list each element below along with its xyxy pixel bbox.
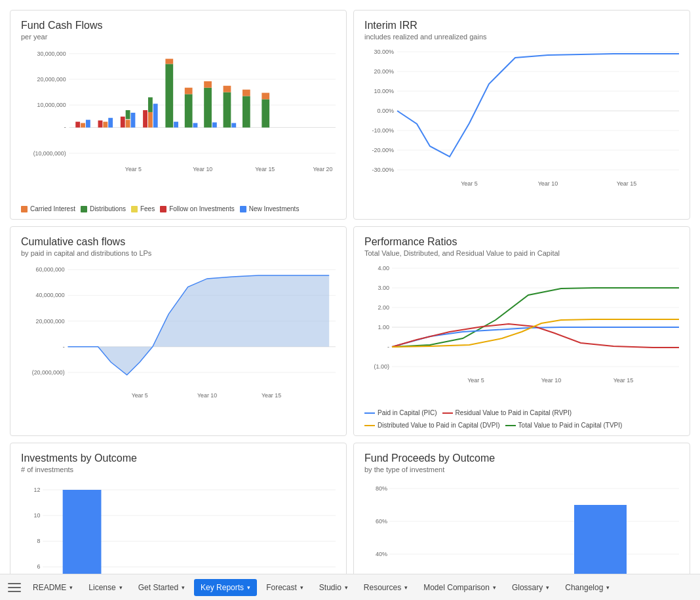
fund-cash-flows-title: Fund Cash Flows [21,20,336,31]
svg-rect-31 [204,81,212,88]
legend-fees: Fees [131,205,155,212]
svg-text:(1.00): (1.00) [374,363,389,370]
fund-proceeds-outcome-title: Fund Proceeds by Outcome [364,452,679,464]
investments-outcome-chart: 12 10 8 6 4 [21,477,336,574]
svg-text:-: - [387,344,389,350]
fund-proceeds-outcome-chart: 80% 60% 40% [364,477,679,574]
svg-rect-12 [86,120,90,128]
svg-rect-11 [81,123,85,128]
interim-irr-title: Interim IRR [364,20,679,31]
svg-text:40,000,000: 40,000,000 [36,292,65,298]
svg-text:3.00: 3.00 [378,285,389,291]
svg-rect-19 [126,110,130,119]
svg-text:20,000,000: 20,000,000 [36,318,65,325]
svg-rect-15 [108,118,113,128]
svg-rect-25 [165,59,173,64]
svg-rect-23 [148,97,153,112]
svg-rect-38 [262,99,269,127]
svg-rect-26 [174,122,178,128]
cumulative-cash-flows-card: Cumulative cash flows by paid in capital… [10,226,347,436]
legend-follow-on: Follow on Investments [160,205,235,212]
svg-text:Year 5: Year 5 [132,392,148,399]
svg-text:(10,000,000): (10,000,000) [33,150,66,157]
svg-text:Year 5: Year 5 [125,166,142,172]
cumulative-cf-title: Cumulative cash flows [21,236,336,248]
legend-tvpi: Total Value to Paid in Capital (TVPI) [505,422,623,429]
legend-carried-interest: Carried Interest [21,205,75,212]
svg-rect-16 [121,117,125,128]
performance-ratios-title: Performance Ratios [364,236,679,248]
svg-text:-: - [64,124,66,130]
svg-text:Year 10: Year 10 [541,377,562,384]
interim-irr-card: Interim IRR includes realized and unreal… [353,10,690,220]
svg-text:Year 10: Year 10 [193,166,212,172]
svg-rect-14 [103,122,107,128]
svg-text:40%: 40% [376,551,387,557]
fund-cash-flows-subtitle: per year [21,33,336,41]
svg-text:(20,000,000): (20,000,000) [32,369,65,376]
svg-text:2.00: 2.00 [378,304,389,311]
svg-rect-28 [185,88,193,94]
svg-text:6: 6 [37,563,40,570]
performance-ratios-subtitle: Total Value, Distributed, and Residual V… [364,249,679,257]
svg-text:Year 10: Year 10 [197,392,217,399]
svg-text:Year 5: Year 5 [467,377,484,384]
svg-text:30.00%: 30.00% [374,49,394,55]
svg-rect-30 [204,88,212,128]
svg-rect-24 [165,64,173,127]
svg-text:12: 12 [34,487,41,493]
fund-cash-flows-chart: 30,000,000 20,000,000 10,000,000 - (10,0… [21,45,336,203]
svg-text:10: 10 [34,512,41,519]
svg-rect-29 [193,123,198,128]
svg-text:8: 8 [37,538,40,544]
svg-text:Year 15: Year 15 [613,377,634,384]
svg-text:-: - [63,344,65,350]
performance-ratios-chart: 4.00 3.00 2.00 1.00 - (1.00) [364,261,679,408]
svg-text:Year 20: Year 20 [313,166,332,172]
legend-rvpi: Residual Value to Paid in Capital (RVPI) [442,409,572,416]
legend-pic: Paid in Capital (PIC) [364,409,437,416]
svg-text:Year 15: Year 15 [262,392,281,399]
main-content: Fund Cash Flows per year 30,000,000 20,0… [0,0,700,574]
svg-rect-101 [63,490,102,574]
svg-text:80%: 80% [376,485,387,492]
svg-rect-13 [98,121,103,128]
svg-text:20.00%: 20.00% [374,68,394,75]
performance-ratios-card: Performance Ratios Total Value, Distribu… [353,226,690,436]
fund-cash-flows-legend: Carried Interest Distributions Fees Foll… [21,205,336,212]
svg-rect-32 [212,123,217,128]
cumulative-cf-subtitle: by paid in capital and distributions to … [21,249,336,257]
svg-rect-33 [224,92,231,128]
svg-rect-35 [231,123,236,128]
svg-text:-20.00%: -20.00% [372,147,394,153]
investments-outcome-title: Investments by Outcome [21,452,336,464]
svg-marker-71 [68,275,330,375]
legend-new-investments: New Investments [240,205,300,212]
svg-text:1.00: 1.00 [378,324,389,330]
fund-proceeds-outcome-subtitle: by the type of investment [364,466,679,473]
svg-rect-27 [185,94,193,128]
interim-irr-chart: 30.00% 20.00% 10.00% 0.00% -10.00% -20.0… [364,45,679,212]
svg-text:Year 10: Year 10 [538,180,558,187]
svg-text:Year 15: Year 15 [255,166,275,172]
svg-text:-10.00%: -10.00% [372,127,394,134]
svg-rect-37 [243,90,250,96]
legend-distributions: Distributions [81,205,126,212]
investments-outcome-subtitle: # of investments [21,466,336,473]
svg-text:4.00: 4.00 [378,265,389,271]
svg-rect-17 [126,120,130,128]
svg-rect-36 [243,96,250,127]
svg-rect-111 [574,505,627,574]
svg-rect-22 [153,104,158,127]
svg-text:60%: 60% [376,518,387,525]
svg-rect-21 [148,112,153,128]
svg-rect-10 [75,122,80,128]
svg-text:10.00%: 10.00% [374,88,394,94]
investments-outcome-card: Investments by Outcome # of investments … [10,443,347,574]
svg-rect-20 [143,110,147,127]
svg-text:20,000,000: 20,000,000 [37,76,66,83]
performance-ratios-legend: Paid in Capital (PIC) Residual Value to … [364,409,679,429]
svg-rect-18 [131,113,136,128]
svg-text:Year 5: Year 5 [461,180,478,187]
svg-text:30,000,000: 30,000,000 [37,50,66,57]
